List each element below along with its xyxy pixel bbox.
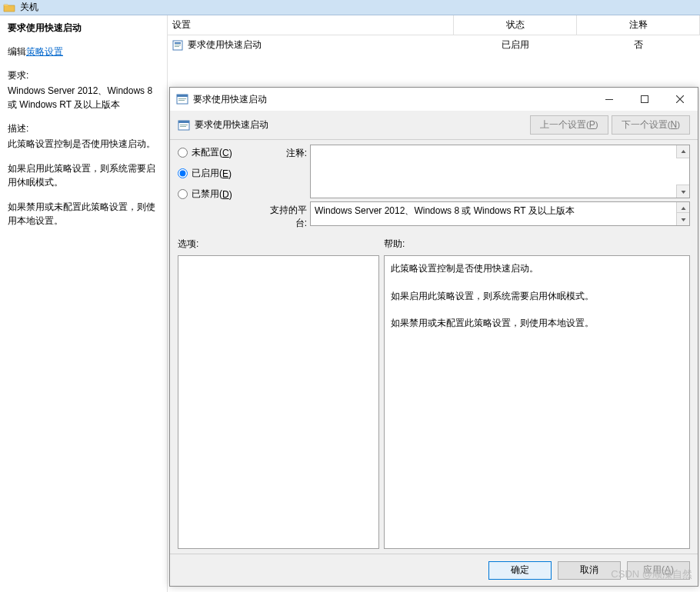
help-p3: 如果禁用或未配置此策略设置，则使用本地设置。	[391, 315, 683, 332]
svg-rect-13	[180, 126, 186, 127]
help-p2: 如果启用此策略设置，则系统需要启用休眠模式。	[391, 288, 683, 305]
close-button[interactable]	[662, 88, 698, 111]
options-label: 选项:	[178, 238, 384, 251]
window-title: 关机	[20, 1, 38, 14]
svg-rect-3	[175, 46, 179, 47]
watermark: CSDN @顺溱自然	[611, 567, 692, 581]
comment-label: 注释:	[262, 145, 310, 160]
comment-field[interactable]	[310, 145, 690, 198]
svg-rect-1	[175, 42, 181, 44]
description-p2: 如果禁用或未配置此策略设置，则使用本地设置。	[8, 200, 159, 228]
folder-icon	[3, 2, 15, 12]
help-label: 帮助:	[384, 238, 690, 251]
ok-button[interactable]: 确定	[488, 561, 552, 580]
col-setting[interactable]: 设置	[168, 15, 454, 35]
maximize-button[interactable]	[627, 88, 662, 111]
help-panel: 此策略设置控制是否使用快速启动。 如果启用此策略设置，则系统需要启用休眠模式。 …	[384, 255, 690, 549]
window-header: 关机	[0, 0, 700, 15]
requirements-text: Windows Server 2012、Windows 8 或 Windows …	[8, 84, 159, 111]
radio-disabled[interactable]: 已禁用(D)	[178, 188, 255, 201]
edit-policy-link[interactable]: 策略设置	[26, 46, 63, 57]
col-state[interactable]: 状态	[454, 15, 577, 35]
svg-rect-2	[175, 45, 181, 45]
col-comment[interactable]: 注释	[577, 15, 700, 35]
dialog-icon	[176, 93, 188, 105]
table-row[interactable]: 要求使用快速启动 已启用 否	[168, 35, 700, 55]
prev-setting-button[interactable]: 上一个设置(P)	[530, 115, 608, 135]
platform-field: Windows Server 2012、Windows 8 或 Windows …	[310, 201, 690, 226]
svg-rect-7	[178, 100, 185, 101]
svg-rect-9	[642, 96, 648, 103]
dialog-toolbar: 要求使用快速启动 上一个设置(P) 下一个设置(N)	[170, 111, 698, 140]
table-header: 设置 状态 注释	[168, 15, 700, 35]
edit-policy-line: 编辑策略设置	[8, 45, 159, 58]
minimize-button[interactable]	[592, 88, 627, 111]
policy-icon	[172, 40, 183, 51]
row-state: 已启用	[454, 35, 577, 55]
requirements-label: 要求:	[8, 69, 159, 82]
policy-title: 要求使用快速启动	[8, 22, 159, 35]
options-panel	[178, 255, 379, 549]
platform-label: 支持的平台:	[262, 201, 310, 230]
svg-rect-8	[605, 99, 613, 100]
scroll-up-icon[interactable]	[676, 145, 689, 158]
description-p1: 如果启用此策略设置，则系统需要启用休眠模式。	[8, 161, 159, 189]
svg-rect-12	[180, 125, 188, 125]
description-text: 此策略设置控制是否使用快速启动。	[8, 137, 159, 151]
next-setting-button[interactable]: 下一个设置(N)	[612, 115, 690, 135]
toolbar-title: 要求使用快速启动	[195, 118, 527, 131]
scroll-down-icon[interactable]	[676, 185, 689, 198]
scroll-down-icon[interactable]	[676, 212, 689, 225]
svg-rect-5	[177, 95, 188, 97]
row-setting: 要求使用快速启动	[188, 39, 262, 50]
radio-enabled[interactable]: 已启用(E)	[178, 167, 255, 180]
state-radio-group: 未配置(C) 已启用(E) 已禁用(D)	[178, 145, 255, 233]
description-label: 描述:	[8, 122, 159, 135]
toolbar-policy-icon	[178, 119, 190, 131]
radio-not-configured[interactable]: 未配置(C)	[178, 146, 255, 159]
svg-rect-6	[178, 98, 186, 99]
help-p1: 此策略设置控制是否使用快速启动。	[391, 261, 683, 278]
row-comment: 否	[577, 35, 700, 55]
policy-dialog: 要求使用快速启动 要求使用快速启动 上一个设置(P) 下一个设置(N) 未配置(…	[169, 87, 698, 587]
details-pane: 要求使用快速启动 编辑策略设置 要求: Windows Server 2012、…	[0, 15, 168, 592]
dialog-title: 要求使用快速启动	[193, 93, 592, 106]
svg-rect-11	[178, 121, 189, 123]
dialog-titlebar[interactable]: 要求使用快速启动	[170, 88, 698, 111]
